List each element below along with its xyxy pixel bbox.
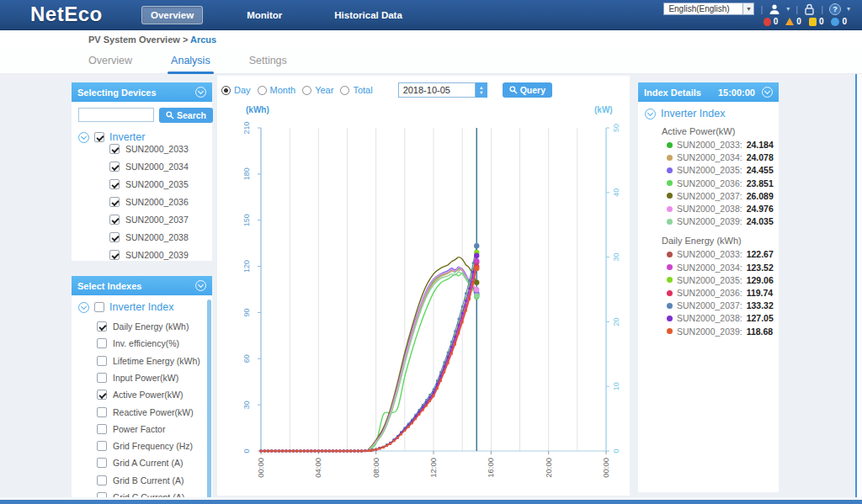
series-marker — [468, 279, 471, 282]
user-icon[interactable] — [769, 3, 780, 15]
tab-analysis[interactable]: Analysis — [171, 49, 210, 74]
legend-row: SUN2000_2035:129.06 — [667, 275, 774, 285]
index-label: Lifetime Energy (kWh) — [113, 356, 200, 366]
index-row: Grid B Current (A) — [97, 475, 184, 485]
index-group-label[interactable]: Inverter Index — [109, 301, 173, 313]
help-icon[interactable]: ? — [829, 3, 841, 15]
device-group-row: Inverter — [78, 131, 145, 143]
device-checkbox[interactable] — [109, 250, 120, 260]
critical-alarm-icon — [764, 18, 771, 26]
x-tick-label: 04:00 — [313, 458, 322, 478]
index-details-time: 15:00:00 — [718, 88, 755, 98]
collapse-panel-icon[interactable] — [762, 87, 773, 98]
series-marker — [368, 449, 370, 452]
series-marker — [422, 409, 424, 411]
lock-icon[interactable] — [804, 3, 815, 15]
collapse-panel-icon[interactable] — [195, 280, 206, 291]
series-marker — [379, 448, 381, 450]
index-label: Grid B Current (A) — [113, 475, 184, 485]
vertical-scrollbar[interactable] — [855, 74, 862, 497]
device-label: SUN2000_2035 — [125, 179, 189, 189]
alarm-warning[interactable]: 0 — [831, 17, 847, 26]
help-caret-icon[interactable]: ▾ — [847, 5, 850, 13]
series-name: SUN2000_2036: — [677, 178, 742, 188]
device-label: SUN2000_2038 — [125, 232, 189, 242]
selecting-devices-header: Selecting Devices — [72, 82, 212, 102]
series-marker — [310, 450, 312, 453]
top-navbar: NetEco OverviewMonitorHistorical Data En… — [0, 0, 862, 30]
index-checkbox[interactable] — [97, 424, 107, 434]
legend-section-title: Daily Energy (kWh) — [662, 236, 742, 246]
device-checkbox[interactable] — [109, 197, 120, 207]
device-checkbox[interactable] — [109, 144, 120, 154]
series-marker — [428, 400, 431, 402]
index-checkbox[interactable] — [97, 356, 107, 366]
series-marker — [465, 292, 467, 294]
series-value: 23.851 — [747, 178, 774, 188]
device-checkbox[interactable] — [109, 162, 120, 172]
navbar-right: English(English) ▼ | ▾ | | ? ▾ — [663, 3, 850, 15]
tab-settings[interactable]: Settings — [249, 49, 287, 74]
index-checkbox[interactable] — [97, 373, 107, 383]
series-marker — [349, 450, 352, 453]
device-checkbox[interactable] — [109, 215, 120, 225]
alarm-major[interactable]: 0 — [785, 17, 801, 26]
breadcrumb-root[interactable]: PV System Overview — [88, 34, 180, 45]
alarm-critical[interactable]: 0 — [764, 17, 779, 26]
horizontal-scrollbar[interactable] — [0, 497, 862, 504]
tree-expander-icon[interactable] — [645, 109, 656, 119]
tree-expander-icon[interactable] — [78, 132, 89, 143]
language-caret-icon[interactable]: ▼ — [742, 3, 753, 14]
index-checkbox[interactable] — [97, 458, 107, 468]
horizontal-scrollbar-thumb[interactable] — [0, 500, 862, 504]
alarm-minor[interactable]: 0 — [809, 17, 824, 26]
device-checkbox[interactable] — [109, 179, 120, 189]
index-checkbox[interactable] — [97, 338, 107, 348]
main-menu: OverviewMonitorHistorical Data — [141, 0, 411, 30]
series-marker — [454, 343, 456, 346]
device-search-input[interactable] — [78, 108, 154, 122]
chart[interactable]: 030609012015018021001020304050(kWh)(kW)0… — [217, 76, 630, 499]
user-menu-caret-icon[interactable]: ▾ — [786, 5, 790, 13]
panel-scrollbar-thumb[interactable] — [207, 300, 211, 501]
series-line-energy — [261, 267, 476, 451]
index-checkbox[interactable] — [97, 321, 107, 332]
index-checkbox[interactable] — [97, 441, 107, 451]
series-marker — [375, 448, 377, 451]
device-checkbox[interactable] — [109, 232, 120, 242]
y-left-tick-label: 30 — [242, 401, 251, 409]
tab-overview[interactable]: Overview — [88, 49, 132, 74]
series-color-dot — [667, 193, 673, 199]
index-checkbox[interactable] — [97, 390, 107, 400]
menu-item-monitor[interactable]: Monitor — [238, 7, 290, 24]
language-select[interactable]: English(English) ▼ — [663, 3, 754, 15]
series-marker — [360, 450, 363, 453]
device-group-label[interactable]: Inverter — [109, 131, 145, 143]
index-checkbox[interactable] — [97, 407, 107, 417]
tree-expander-icon[interactable] — [78, 302, 89, 313]
series-name: SUN2000_2038: — [677, 204, 742, 214]
select-indexes-panel: Select Indexes Inverter Index Daily Ener… — [72, 276, 212, 504]
menu-item-overview[interactable]: Overview — [141, 6, 203, 24]
series-marker — [414, 418, 417, 421]
series-color-dot — [667, 264, 673, 270]
series-marker — [357, 450, 359, 453]
series-marker — [450, 346, 453, 348]
series-color-dot — [667, 303, 673, 309]
index-checkbox[interactable] — [97, 475, 107, 485]
series-marker — [428, 394, 431, 396]
series-value: 133.32 — [747, 300, 774, 310]
index-group-checkbox[interactable] — [94, 302, 104, 312]
index-row: Daily Energy (kWh) — [97, 321, 189, 332]
breadcrumb-current[interactable]: Arcus — [190, 34, 216, 45]
search-button[interactable]: Search — [159, 108, 213, 123]
device-group-checkbox[interactable] — [94, 132, 104, 142]
series-marker — [428, 396, 431, 399]
y-left-tick-label: 90 — [242, 308, 251, 316]
device-label: SUN2000_2036 — [125, 197, 189, 207]
menu-item-historical-data[interactable]: Historical Data — [326, 7, 411, 24]
collapse-panel-icon[interactable] — [195, 87, 206, 98]
series-color-dot — [667, 167, 673, 173]
series-value: 127.05 — [747, 313, 774, 323]
y-right-tick-label: 20 — [612, 317, 620, 326]
